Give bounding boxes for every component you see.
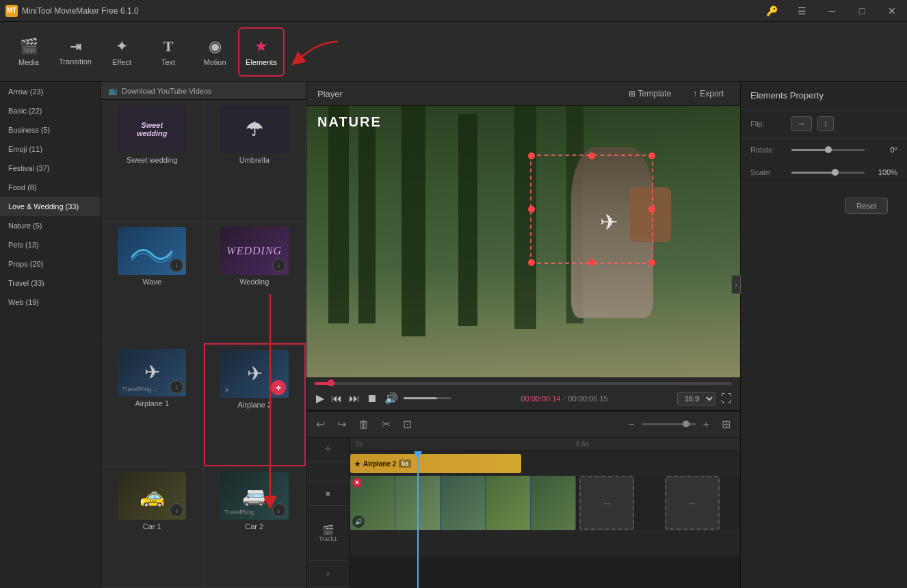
category-web[interactable]: Web (19) — [0, 293, 101, 312]
play-button[interactable]: ▶ — [315, 390, 326, 406]
playback-buttons: ▶ ⏮ ⏭ ⏹ 🔊 — [315, 390, 451, 406]
wedding-download-icon[interactable]: ↓ — [272, 258, 286, 272]
element-car2[interactable]: 🚐 TravelRing ↓ Car 2 — [204, 466, 306, 588]
category-props[interactable]: Props (20) — [0, 254, 101, 273]
volume-button[interactable]: 🔊 — [383, 390, 399, 406]
progress-bar[interactable] — [315, 382, 732, 385]
menu-button[interactable]: ☰ — [787, 0, 817, 22]
toolbar-motion[interactable]: ◉ Motion — [192, 27, 238, 77]
video-background: NATURE ✈ — [306, 106, 740, 377]
cut-button[interactable]: ✂ — [378, 415, 395, 433]
prev-frame-button[interactable]: ⏮ — [330, 391, 343, 406]
aspect-ratio-select[interactable]: 16:9 9:16 4:3 1:1 — [677, 392, 715, 405]
rotate-slider[interactable] — [791, 149, 865, 151]
airplane1-download-icon[interactable]: ↓ — [170, 380, 183, 394]
delete-clip-button[interactable]: 🗑 — [354, 416, 373, 433]
zoom-control: − + — [624, 416, 713, 433]
category-food[interactable]: Food (8) — [0, 178, 101, 197]
element-airplane1[interactable]: ✈ TravelRing... ↓ Airplane 1 — [101, 343, 204, 467]
category-love-wedding[interactable]: Love & Wedding (33) — [0, 197, 101, 216]
zoom-in-button[interactable]: + — [699, 416, 713, 433]
car1-download-icon[interactable]: ↓ — [170, 503, 183, 517]
thumb-frame-4 — [486, 476, 531, 530]
template-button[interactable]: ⊞ Template — [623, 86, 677, 101]
category-emoji[interactable]: Emoji (11) — [0, 139, 101, 159]
export-icon: ↑ — [693, 89, 697, 98]
toolbar-media[interactable]: 🎬 Media — [5, 27, 52, 77]
flip-label: Flip: — [750, 120, 791, 128]
timeline-toolbar: ↩ ↪ 🗑 ✂ ⊡ − + ⊞ — [306, 412, 740, 438]
thumb-frame-3 — [441, 476, 486, 530]
transition-clip-2[interactable]: ↔ — [665, 476, 720, 530]
scale-slider-container: 100% — [791, 168, 897, 176]
element-wave[interactable]: ↓ Wave — [101, 222, 204, 343]
scale-slider-thumb — [832, 169, 839, 176]
scale-slider-fill — [791, 172, 835, 174]
airplane-element-overlay: ✈ — [600, 209, 618, 235]
zoom-slider[interactable] — [642, 423, 696, 425]
current-time: 00:00:00.14 — [521, 395, 560, 403]
element-track-icon: ★ — [324, 489, 332, 498]
toolbar-transition[interactable]: ⇥ Transition — [52, 27, 98, 77]
key-button[interactable]: 🔑 — [757, 0, 787, 22]
playhead[interactable] — [417, 451, 419, 588]
panel-collapse-button[interactable]: › — [731, 275, 741, 294]
fullscreen-button[interactable]: ⛶ — [721, 392, 732, 405]
element-wedding[interactable]: WEDDING ↓ Wedding — [204, 222, 306, 343]
next-frame-button[interactable]: ⏭ — [347, 391, 361, 406]
toolbar-effect[interactable]: ✦ Effect — [98, 27, 145, 77]
stop-button[interactable]: ⏹ — [365, 391, 379, 406]
minimize-button[interactable]: ─ — [817, 0, 847, 22]
scale-slider[interactable] — [791, 172, 865, 174]
category-business[interactable]: Business (5) — [0, 120, 101, 139]
flip-property-row: Flip: ↔ ↕ — [741, 109, 907, 139]
aspect-controls: 16:9 9:16 4:3 1:1 ⛶ — [677, 392, 732, 405]
category-pets[interactable]: Pets (13) — [0, 235, 101, 254]
reset-button[interactable]: Reset — [845, 198, 888, 214]
category-nature[interactable]: Nature (5) — [0, 216, 101, 235]
add-track-button[interactable]: + — [306, 438, 350, 462]
close-button[interactable]: ✕ — [877, 0, 907, 22]
template-icon: ⊞ — [629, 89, 635, 98]
undo-button[interactable]: ↩ — [312, 415, 329, 433]
zoom-out-button[interactable]: − — [624, 416, 638, 433]
wave-download-icon[interactable]: ↓ — [170, 258, 183, 272]
toolbar-text[interactable]: T Text — [145, 27, 192, 77]
main-video-clip[interactable]: 🔊 ✕ — [350, 476, 576, 530]
video-preview: NATURE ✈ — [306, 106, 740, 377]
element-umbrella[interactable]: ☂ Umbrella — [204, 100, 306, 222]
element-sweet-wedding[interactable]: Sweetwedding Sweet wedding — [101, 100, 204, 222]
flip-horizontal-button[interactable]: ↔ — [791, 116, 812, 131]
element-track-label: ★ — [306, 481, 350, 506]
airplane2-element-clip[interactable]: ★ Airplane 2 5s — [350, 454, 521, 473]
right-panel-title: Elements Property — [741, 82, 907, 109]
thumb-frame-5 — [531, 476, 576, 530]
download-youtube-icon: 📺 — [108, 86, 118, 95]
car2-download-icon[interactable]: ↓ — [272, 503, 286, 517]
wave-label: Wave — [142, 278, 161, 286]
category-arrow[interactable]: Arrow (23) — [0, 82, 101, 101]
maximize-button[interactable]: □ — [847, 0, 877, 22]
category-festival[interactable]: Festival (37) — [0, 159, 101, 178]
car2-label: Car 2 — [245, 522, 263, 531]
export-button[interactable]: ↑ Export — [687, 86, 729, 101]
category-travel[interactable]: Travel (33) — [0, 273, 101, 293]
fit-to-window-button[interactable]: ⊞ — [718, 415, 735, 433]
volume-fill — [404, 397, 437, 399]
download-youtube-bar[interactable]: 📺 Download YouTube Videos — [101, 82, 306, 100]
redo-button[interactable]: ↪ — [333, 415, 350, 433]
wedding-thumb: WEDDING ↓ — [220, 227, 289, 275]
category-basic[interactable]: Basic (22) — [0, 101, 101, 120]
timecode-6-6s: 6.6s — [576, 440, 589, 448]
element-airplane2[interactable]: ✈ ✈ + Airplane 2 — [204, 343, 306, 467]
elements-arrow-icon — [290, 35, 345, 69]
timecode-ruler: 0s 6.6s — [350, 438, 740, 451]
crop-button[interactable]: ⊡ — [399, 415, 416, 433]
element-car1[interactable]: 🚕 ↓ Car 1 — [101, 466, 204, 588]
transition-clip-1[interactable]: ↔ — [579, 476, 634, 530]
control-row: ▶ ⏮ ⏭ ⏹ 🔊 00:00:00.14 / 00:00:06.15 — [315, 390, 732, 406]
flip-vertical-button[interactable]: ↕ — [817, 116, 834, 131]
airplane2-add-icon[interactable]: + — [271, 380, 286, 395]
volume-slider[interactable] — [404, 397, 451, 399]
toolbar-elements[interactable]: ★ Elements — [238, 27, 285, 77]
